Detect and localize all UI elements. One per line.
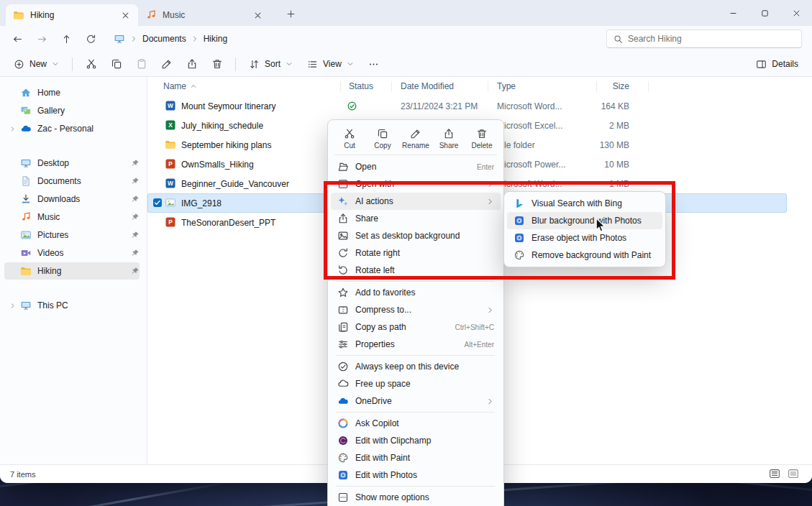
quick-action-rename[interactable]: Rename	[400, 126, 432, 151]
list-view-toggle[interactable]	[769, 468, 783, 480]
thumbnail-view-toggle[interactable]	[788, 468, 802, 480]
menu-open-icon	[337, 161, 349, 172]
quick-action-cut[interactable]: Cut	[334, 126, 365, 151]
sidebar-item-home[interactable]: Home	[4, 84, 140, 101]
menu-item-copy-as-path[interactable]: Copy as pathCtrl+Shift+C	[331, 318, 501, 336]
sidebar-item-this-pc[interactable]: This PC	[4, 297, 140, 314]
menu-item-free-up-space[interactable]: Free up space	[331, 375, 501, 392]
sidebar-item-music[interactable]: Music	[4, 208, 140, 226]
column-header-name[interactable]: Name	[163, 81, 197, 91]
sidebar-item-desktop[interactable]: Desktop	[4, 155, 140, 172]
column-header-type[interactable]: Type	[497, 81, 516, 91]
menu-item-open[interactable]: OpenEnter	[331, 158, 501, 175]
chevron-right-icon[interactable]	[9, 126, 16, 132]
maximize-button[interactable]	[749, 0, 780, 26]
file-name: IMG_2918	[181, 198, 222, 208]
column-header-status[interactable]: Status	[349, 81, 373, 91]
copy-button[interactable]	[104, 54, 128, 75]
menu-star-icon	[337, 287, 349, 298]
chevron-right-icon[interactable]	[9, 303, 16, 309]
sidebar-music-icon	[20, 211, 32, 223]
desktop-background: HikingMusic DocumentsHiking Search Hikin…	[0, 0, 812, 506]
rename-icon	[161, 58, 173, 70]
menu-zip-icon	[337, 304, 349, 316]
tab-close-button[interactable]	[120, 10, 131, 21]
back-button[interactable]	[6, 28, 29, 50]
new-button[interactable]: New	[7, 54, 65, 75]
tab-music[interactable]: Music	[138, 4, 270, 26]
search-box[interactable]: Search Hiking	[606, 29, 802, 48]
breadcrumb-item-documents[interactable]: Documents	[142, 34, 186, 44]
more-options-button[interactable]	[362, 54, 386, 75]
menu-item-ask-copilot[interactable]: Ask Copilot	[331, 415, 501, 432]
column-header-size[interactable]: Size	[550, 81, 629, 91]
pin-icon	[131, 213, 140, 221]
sidebar: HomeGalleryZac - PersonalDesktopDocument…	[0, 77, 147, 464]
quick-actions-bar: CutCopyRenameShareDelete	[328, 123, 503, 153]
sidebar-item-hiking[interactable]: Hiking	[4, 262, 140, 280]
menu-item-label: Edit with Clipchamp	[355, 436, 431, 446]
menu-item-edit-with-paint[interactable]: Edit with Paint	[331, 449, 501, 466]
cut-button[interactable]	[79, 54, 103, 75]
menu-separator	[334, 155, 497, 155]
sidebar-item-downloads[interactable]: Downloads	[4, 190, 140, 208]
copy-icon	[111, 58, 122, 70]
sidebar-item-label: Zac - Personal	[37, 124, 140, 134]
menu-item-add-to-favorites[interactable]: Add to favorites	[331, 284, 501, 301]
menu-item-show-more-options[interactable]: Show more options	[331, 489, 501, 506]
sidebar-item-videos[interactable]: Videos	[4, 244, 140, 262]
close-button[interactable]	[780, 0, 812, 26]
quick-action-share[interactable]: Share	[433, 126, 465, 151]
menu-item-properties[interactable]: PropertiesAlt+Enter	[331, 336, 501, 353]
quick-copy-icon	[377, 128, 388, 139]
paste-button[interactable]	[129, 54, 153, 75]
sidebar-item-gallery[interactable]: Gallery	[4, 102, 140, 119]
toolbar-separator	[235, 58, 236, 71]
file-name: July_hiking_schedule	[181, 121, 263, 131]
quick-action-label: Copy	[374, 142, 391, 150]
new-button-label: New	[29, 59, 47, 69]
new-tab-button[interactable]	[283, 6, 298, 21]
quick-action-copy[interactable]: Copy	[367, 126, 398, 151]
minimize-button[interactable]	[717, 0, 749, 26]
column-header-date-modified[interactable]: Date Modified	[401, 81, 454, 91]
sidebar-item-zac-personal[interactable]: Zac - Personal	[4, 120, 140, 137]
tab-label: Music	[163, 10, 247, 20]
menu-item-label: Add to favorites	[355, 288, 415, 298]
forward-button[interactable]	[30, 28, 53, 50]
file-size: 130 MB	[550, 140, 629, 150]
checkbox-checked-icon[interactable]	[152, 198, 163, 208]
navigation-bar: DocumentsHiking Search Hiking	[0, 26, 812, 52]
menu-item-label: Show more options	[355, 492, 429, 502]
menu-item-onedrive[interactable]: OneDrive	[331, 392, 501, 410]
sort-button[interactable]: Sort	[242, 54, 299, 75]
menu-item-compress-to[interactable]: Compress to...	[331, 301, 501, 318]
cut-icon	[86, 58, 97, 70]
menu-copilot-icon	[337, 418, 349, 429]
chevron-down-icon	[347, 60, 354, 68]
file-row-mount-seymour-itinerary[interactable]: WMount Seymour Itinerary23/11/2024 3:21 …	[147, 96, 812, 116]
column-headers: NameStatusDate ModifiedTypeSize	[147, 77, 812, 96]
share-button[interactable]	[180, 54, 204, 75]
view-button[interactable]: View	[301, 54, 360, 75]
tab-label: Hiking	[30, 10, 114, 20]
breadcrumb-item-hiking[interactable]: Hiking	[204, 34, 227, 44]
sidebar-item-documents[interactable]: Documents	[4, 172, 140, 190]
menu-item-edit-with-photos[interactable]: Edit with Photos	[331, 466, 501, 484]
view-button-label: View	[323, 59, 342, 69]
file-type-image-icon	[165, 197, 176, 208]
details-button[interactable]: Details	[749, 54, 805, 75]
menu-item-label: Edit with Paint	[355, 453, 410, 463]
sidebar-item-label: Home	[37, 88, 140, 98]
refresh-button[interactable]	[79, 28, 102, 50]
rename-button[interactable]	[155, 54, 178, 75]
menu-item-always-keep-on-this-device[interactable]: Always keep on this device	[331, 358, 501, 375]
tab-close-button[interactable]	[252, 10, 263, 21]
tab-hiking[interactable]: Hiking	[6, 4, 138, 26]
up-button[interactable]	[55, 28, 78, 50]
delete-button[interactable]	[205, 54, 229, 75]
sidebar-item-pictures[interactable]: Pictures	[4, 226, 140, 244]
menu-item-edit-with-clipchamp[interactable]: Edit with Clipchamp	[331, 432, 501, 449]
quick-action-delete[interactable]: Delete	[466, 126, 498, 151]
menu-item-label: OneDrive	[355, 396, 392, 406]
